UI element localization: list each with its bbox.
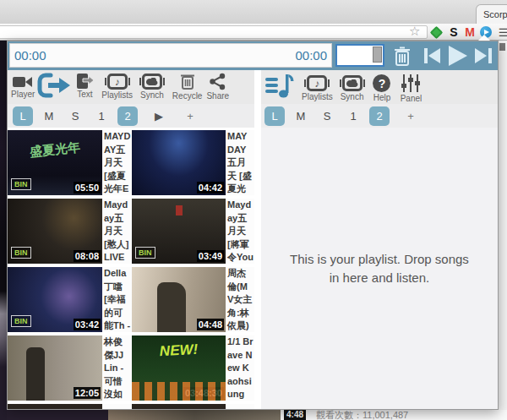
playlist-tab-s[interactable]: S — [317, 106, 337, 126]
duration-badge: 03:48:30 — [183, 387, 224, 399]
video-camera-icon — [12, 75, 34, 89]
send-to-player-button[interactable] — [37, 72, 73, 99]
trash-icon — [393, 46, 412, 67]
thumbnail-overlay-text: 盛夏光年 — [8, 137, 102, 163]
next-track-button[interactable] — [472, 41, 497, 70]
video-thumbnail[interactable]: 04:42 — [132, 130, 226, 195]
video-title[interactable]: 周杰倫(MV女主角:林依晨) [等什麼 — [226, 267, 254, 332]
duration-badge: 05:50 — [74, 182, 101, 194]
results-tab-play[interactable]: ▶ — [149, 106, 169, 126]
video-thumbnail[interactable]: 盛夏光年 BIN 05:50 — [8, 130, 102, 195]
player-label: Player — [11, 90, 35, 99]
video-title[interactable]: Della丁噹[幸福的可能Th - Poss — [102, 267, 132, 332]
synch-button-right[interactable]: Synch — [341, 75, 364, 101]
video-title[interactable] — [226, 404, 254, 410]
results-tab-s[interactable]: S — [65, 106, 85, 126]
share-label: Share — [206, 91, 229, 101]
page-behind-right — [499, 41, 507, 420]
video-thumbnail[interactable] — [8, 404, 102, 410]
video-row: BIN 03:42 Della丁噹[幸福的可能Th - Poss 04:48 周… — [8, 267, 254, 332]
panel-divider — [254, 70, 261, 410]
clear-playlist-button[interactable] — [388, 41, 417, 70]
recycle-button[interactable]: Recycle — [172, 73, 203, 101]
play-icon — [446, 45, 468, 67]
help-button[interactable]: ? Help — [373, 74, 390, 102]
duration-badge: 03:42 — [74, 319, 101, 330]
extension-evernote-icon[interactable] — [429, 26, 443, 39]
playlists-icon: ♪ — [307, 75, 327, 91]
share-button[interactable]: Share — [206, 73, 229, 101]
export-arrow-icon — [37, 72, 73, 99]
synch-cloud-icon — [142, 74, 162, 90]
elapsed-time: 00:00 — [14, 48, 46, 63]
address-bar[interactable] — [0, 25, 428, 39]
results-tab-l[interactable]: L — [13, 106, 33, 126]
video-title[interactable]: 林俊傑JJ Lin - 可惜沒如果 If Only — [102, 335, 132, 401]
video-title[interactable] — [102, 404, 132, 410]
playlists-button-right[interactable]: ♪ Playlists — [302, 75, 333, 101]
text-button[interactable]: Text — [75, 74, 94, 99]
extension-gmail-icon[interactable]: M — [463, 26, 477, 39]
video-title[interactable]: 1/1 Brave New Kaohsiung 「NEW — [226, 335, 254, 401]
sliders-icon — [400, 74, 422, 93]
page-behind-bottom: 4:48 觀看次數：11,001,487 — [7, 410, 507, 420]
results-tab-2[interactable]: 2 — [117, 106, 138, 126]
extension-s-icon[interactable]: S — [447, 26, 461, 39]
panel-button[interactable]: Panel — [400, 74, 422, 103]
results-toolbar: Player Text — [8, 70, 254, 104]
video-thumbnail[interactable]: 04:48 — [132, 267, 226, 332]
video-title[interactable]: Mayday五月天 [將軍令You — [226, 199, 254, 264]
seek-bar[interactable]: 00:00 00:00 — [9, 43, 332, 68]
player-button[interactable]: Player — [11, 75, 35, 99]
results-tab-m[interactable]: M — [39, 106, 59, 126]
synch-label: Synch — [140, 90, 164, 100]
playlist-drop-area[interactable]: This is your playlist. Drop songs in her… — [261, 128, 498, 410]
results-tab-add[interactable]: + — [180, 106, 200, 126]
video-title[interactable]: MAYDAY五月天 [盛夏光年Eter — [226, 130, 254, 195]
playlists-button-left[interactable]: ♪ Playlists — [101, 74, 133, 100]
results-tab-1[interactable]: 1 — [91, 106, 112, 126]
volume-slider-handle[interactable] — [373, 46, 382, 63]
previous-track-button[interactable] — [421, 41, 443, 70]
previous-icon — [422, 46, 441, 65]
video-row: 12:05 林俊傑JJ Lin - 可惜沒如果 If Only NEW! 03:… — [8, 335, 254, 401]
video-thumbnail[interactable]: 12:05 — [8, 335, 102, 401]
page-behind-thumbnail-fragment — [108, 410, 281, 420]
playlist-panel: ♪ Playlists Synch ? Help — [261, 70, 498, 410]
page-behind-view-count: 觀看次數：11,001,487 — [316, 410, 408, 420]
play-button[interactable] — [443, 41, 472, 70]
synch-button-left[interactable]: Synch — [140, 74, 164, 100]
playlist-tabs: L M S 1 2 + — [261, 104, 498, 128]
browser-tab-strip — [0, 0, 507, 24]
recycle-label: Recycle — [172, 91, 203, 101]
playlist-tab-l[interactable]: L — [264, 106, 285, 126]
video-thumbnail[interactable]: BIN 08:08 — [8, 199, 102, 264]
video-thumbnail[interactable]: NEW! 03:48:30 — [132, 335, 226, 401]
playlist-tab-m[interactable]: M — [291, 106, 311, 126]
video-row: BIN 08:08 Mayday五月天 [憨人] LIVE BIN 03:49 … — [8, 199, 254, 264]
playlists-icon: ♪ — [107, 74, 128, 90]
video-results-list: 盛夏光年 BIN 05:50 MAYDAY五月天 [盛夏光年Eter 04:42… — [8, 128, 254, 410]
playlist-tab-add[interactable]: + — [401, 106, 421, 126]
video-title[interactable]: Mayday五月天 [憨人] LIVE — [102, 199, 132, 264]
playlist-tab-2[interactable]: 2 — [369, 106, 390, 126]
channel-watermark: BIN — [135, 247, 155, 259]
video-title[interactable]: MAYDAY五月天 [盛夏光年Eter — [102, 130, 132, 195]
playlist-empty-message: This is your playlist. Drop songs in her… — [287, 250, 472, 287]
channel-watermark: BIN — [11, 315, 31, 327]
bookmark-star-icon[interactable]: ☆ — [409, 25, 420, 38]
extension-popup: 00:00 00:00 — [7, 41, 499, 410]
next-icon — [474, 46, 494, 65]
browser-tab[interactable]: Scorpio — [476, 4, 507, 24]
playlist-home-button[interactable] — [264, 72, 295, 99]
video-thumbnail[interactable]: BIN 03:42 — [8, 267, 102, 332]
share-icon — [209, 73, 226, 90]
volume-slider[interactable] — [335, 44, 384, 67]
recycle-trash-icon — [180, 73, 195, 90]
duration-badge: 04:48 — [197, 319, 224, 330]
playlist-tab-1[interactable]: 1 — [343, 106, 363, 126]
video-thumbnail[interactable] — [132, 404, 226, 410]
help-icon: ? — [373, 74, 390, 92]
video-thumbnail[interactable]: BIN 03:49 — [132, 199, 226, 264]
browser-menu-icon[interactable]: ☰ — [496, 26, 507, 39]
